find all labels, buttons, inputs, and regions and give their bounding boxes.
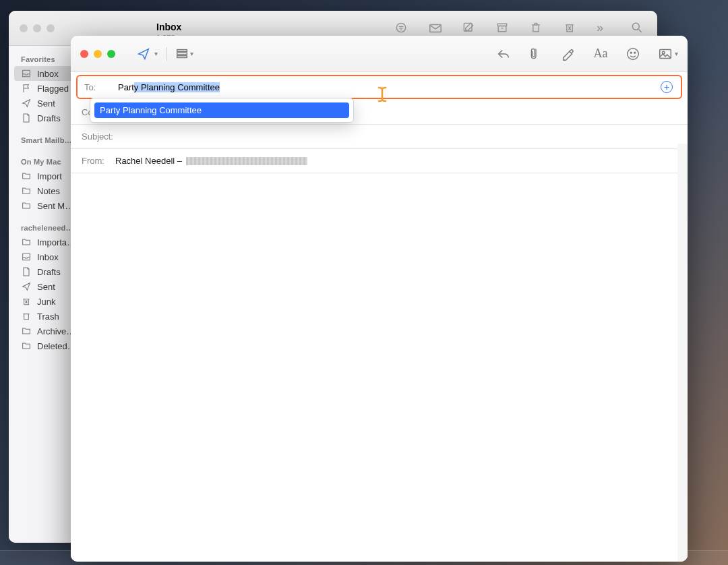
svg-line-14 <box>639 30 642 32</box>
subject-field-row[interactable]: Subject: <box>71 125 688 149</box>
autocomplete-item[interactable]: Party Planning Committee <box>94 102 349 118</box>
from-name: Rachel Needell – <box>115 156 182 166</box>
send-icon[interactable] <box>135 46 152 62</box>
chevron-down-icon[interactable]: ▾ <box>675 50 678 57</box>
trash-icon <box>21 311 32 322</box>
autocomplete-popup: Party Planning Committee <box>90 98 354 123</box>
format-icon[interactable]: Aa <box>593 46 609 62</box>
compose-window: ▾ ▾ Aa ▾ To: Party Planning Committee <box>71 36 688 562</box>
inbox-title: Inbox <box>156 22 211 32</box>
trash-icon[interactable] <box>529 21 544 36</box>
subject-label: Subject: <box>82 131 119 142</box>
chevron-down-icon[interactable]: ▾ <box>190 50 193 57</box>
sent-icon <box>21 98 32 109</box>
to-label: To: <box>84 82 111 92</box>
svg-rect-9 <box>498 26 506 32</box>
svg-point-18 <box>628 48 639 59</box>
envelope-icon[interactable] <box>428 21 443 36</box>
sidebar-item-label: Drafts <box>37 267 61 277</box>
from-field-row[interactable]: From: Rachel Needell – <box>71 149 688 173</box>
search-icon[interactable] <box>630 21 645 36</box>
compose-icon[interactable] <box>462 21 477 36</box>
filter-icon[interactable] <box>394 21 409 36</box>
add-contact-button[interactable]: + <box>661 81 673 93</box>
sidebar-item-label: Sent <box>37 282 55 292</box>
traffic-light <box>33 24 41 32</box>
reply-icon[interactable] <box>495 46 512 62</box>
emoji-icon[interactable] <box>625 46 641 62</box>
archive-icon[interactable] <box>495 21 510 36</box>
flag-icon <box>21 83 32 94</box>
junk-icon <box>21 296 32 307</box>
folder-icon <box>21 237 32 247</box>
to-input[interactable]: Party Planning Committee <box>118 82 220 92</box>
header-fields-icon[interactable] <box>174 46 190 62</box>
svg-rect-15 <box>177 49 187 51</box>
markup-icon[interactable] <box>560 46 576 62</box>
inbox-icon <box>21 251 32 262</box>
compose-toolbar: ▾ ▾ Aa ▾ <box>71 36 688 72</box>
svg-point-13 <box>632 23 639 30</box>
compose-body[interactable] <box>71 173 688 562</box>
sidebar-item-label: Drafts <box>37 113 61 123</box>
traffic-lights-inactive <box>9 24 55 32</box>
compose-traffic-lights <box>80 50 115 58</box>
to-selected-text: y Planning Committee <box>134 82 220 92</box>
svg-point-20 <box>634 52 636 53</box>
sidebar-item-label: Sent M… <box>37 201 73 211</box>
sidebar-item-label: Import <box>37 171 62 181</box>
sent-icon <box>21 281 32 292</box>
dock-area <box>0 550 728 565</box>
folder-icon <box>21 200 32 211</box>
close-button[interactable] <box>80 50 88 58</box>
folder-icon <box>21 185 32 196</box>
sidebar-item-label: Notes <box>37 186 60 196</box>
sidebar-item-label: Archive… <box>37 326 75 336</box>
chevron-down-icon[interactable]: ▾ <box>152 46 160 62</box>
sidebar-item-label: Flagged <box>37 84 69 94</box>
svg-rect-6 <box>430 25 442 32</box>
from-label: From: <box>82 156 109 166</box>
sidebar-item-label: Inbox <box>37 252 59 262</box>
traffic-light <box>20 24 28 32</box>
svg-point-2 <box>396 23 405 32</box>
to-typed-text: Part <box>118 82 134 92</box>
attachment-icon[interactable] <box>528 46 544 62</box>
sidebar-item-label: Trash <box>37 311 59 322</box>
inbox-icon <box>21 68 32 79</box>
sidebar-item-label: Sent <box>37 98 55 109</box>
toolbar-separator <box>166 47 167 61</box>
junk-icon[interactable] <box>563 21 578 36</box>
minimize-button[interactable] <box>94 50 102 58</box>
svg-point-19 <box>630 52 632 53</box>
from-email-redacted <box>186 157 307 165</box>
draft-icon <box>21 266 32 277</box>
photo-icon[interactable] <box>657 46 673 62</box>
fullscreen-button[interactable] <box>107 50 115 58</box>
folder-icon <box>21 171 32 181</box>
scrollbar[interactable] <box>677 144 688 562</box>
sidebar-item-label: Inbox <box>37 69 59 79</box>
traffic-light <box>47 24 55 32</box>
text-cursor-icon <box>375 86 389 107</box>
svg-rect-16 <box>177 53 187 55</box>
folder-icon <box>21 326 32 336</box>
folder-icon <box>21 340 32 351</box>
svg-rect-17 <box>177 55 187 57</box>
more-icon[interactable]: » <box>597 21 611 36</box>
draft-icon <box>21 113 32 123</box>
sidebar-item-label: Importa… <box>37 237 75 247</box>
sidebar-item-label: Junk <box>37 297 55 307</box>
